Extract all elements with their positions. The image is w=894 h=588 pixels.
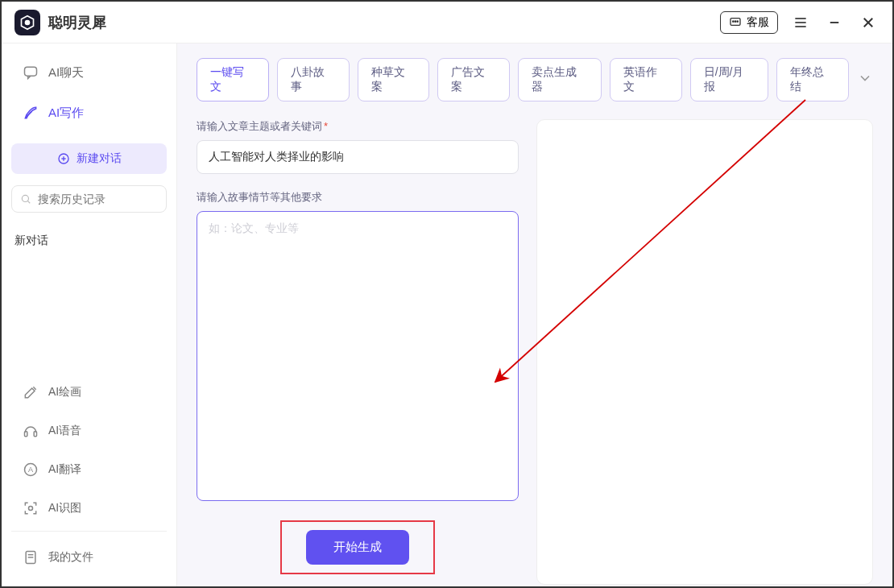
category-chip[interactable]: 一键写文 <box>197 58 269 101</box>
brush-icon <box>23 384 39 400</box>
category-chip[interactable]: 卖点生成器 <box>518 58 602 101</box>
nav-label: AI聊天 <box>48 65 84 81</box>
search-icon <box>20 193 31 205</box>
nav-ai-chat[interactable]: AI聊天 <box>11 55 167 90</box>
nav-label: AI写作 <box>48 106 84 121</box>
main-content: 一键写文 八卦故事 种草文案 广告文案 卖点生成器 英语作文 日/周/月报 年终… <box>177 43 892 586</box>
customer-service-button[interactable]: 客服 <box>720 11 778 34</box>
svg-point-4 <box>735 21 735 22</box>
history-item[interactable]: 新对话 <box>11 226 167 256</box>
svg-point-5 <box>737 21 738 22</box>
nav-label: 我的文件 <box>48 550 93 565</box>
chevron-down-icon <box>857 70 873 86</box>
svg-text:A: A <box>28 466 34 474</box>
expand-categories-button[interactable] <box>857 70 873 89</box>
output-panel <box>536 119 873 585</box>
customer-service-label: 客服 <box>747 15 769 30</box>
category-chip[interactable]: 种草文案 <box>358 58 430 101</box>
close-icon <box>861 15 875 30</box>
nav-ai-translate[interactable]: A AI翻译 <box>11 452 167 487</box>
svg-rect-19 <box>25 432 27 437</box>
file-icon <box>23 549 39 565</box>
category-chip[interactable]: 英语作文 <box>610 58 682 101</box>
chat-icon <box>729 16 742 29</box>
extra-field-label: 请输入故事情节等其他要求 <box>197 190 519 205</box>
category-chip[interactable]: 八卦故事 <box>277 58 350 101</box>
nav-my-files[interactable]: 我的文件 <box>11 540 167 575</box>
svg-point-3 <box>733 21 734 22</box>
chat-bubble-icon <box>23 64 39 81</box>
feather-icon <box>23 105 39 121</box>
plus-circle-icon <box>57 152 70 165</box>
nav-ai-voice[interactable]: AI语音 <box>11 413 167 449</box>
sidebar: AI聊天 AI写作 新建对话 <box>2 43 177 586</box>
new-chat-label: 新建对话 <box>77 151 122 166</box>
minimize-icon <box>827 15 842 30</box>
nav-label: AI识图 <box>48 501 81 516</box>
nav-ai-writing[interactable]: AI写作 <box>11 95 167 130</box>
nav-label: AI语音 <box>48 424 81 438</box>
translate-icon: A <box>23 462 39 478</box>
menu-button[interactable] <box>789 11 812 34</box>
nav-ai-draw[interactable]: AI绘画 <box>11 375 167 410</box>
category-chip[interactable]: 日/周/月报 <box>690 58 769 101</box>
svg-point-23 <box>29 507 33 511</box>
app-name: 聪明灵犀 <box>48 13 106 32</box>
close-button[interactable] <box>857 11 880 34</box>
extra-textarea[interactable] <box>197 211 519 501</box>
nav-ai-ocr[interactable]: AI识图 <box>11 491 167 526</box>
scan-icon <box>23 500 39 516</box>
svg-line-18 <box>27 201 30 203</box>
minimize-button[interactable] <box>823 11 846 34</box>
svg-rect-12 <box>25 67 37 76</box>
app-logo <box>14 10 40 35</box>
category-chip[interactable]: 广告文案 <box>437 58 510 101</box>
svg-rect-20 <box>34 432 36 437</box>
submit-highlight-box: 开始生成 <box>280 520 435 574</box>
nav-label: AI绘画 <box>48 385 81 400</box>
headphone-icon <box>23 423 39 439</box>
svg-point-17 <box>22 195 28 201</box>
category-chip[interactable]: 年终总结 <box>776 58 849 101</box>
nav-label: AI翻译 <box>48 462 81 477</box>
titlebar: 聪明灵犀 客服 <box>2 2 892 43</box>
category-row: 一键写文 八卦故事 种草文案 广告文案 卖点生成器 英语作文 日/周/月报 年终… <box>197 58 873 101</box>
generate-button[interactable]: 开始生成 <box>306 530 409 565</box>
title-input[interactable] <box>197 140 519 174</box>
menu-icon <box>793 14 809 31</box>
search-box[interactable] <box>11 185 167 213</box>
svg-point-1 <box>26 20 30 24</box>
title-field-label: 请输入文章主题或者关键词* <box>197 119 519 134</box>
search-input[interactable] <box>38 193 158 205</box>
new-chat-button[interactable]: 新建对话 <box>11 143 167 174</box>
